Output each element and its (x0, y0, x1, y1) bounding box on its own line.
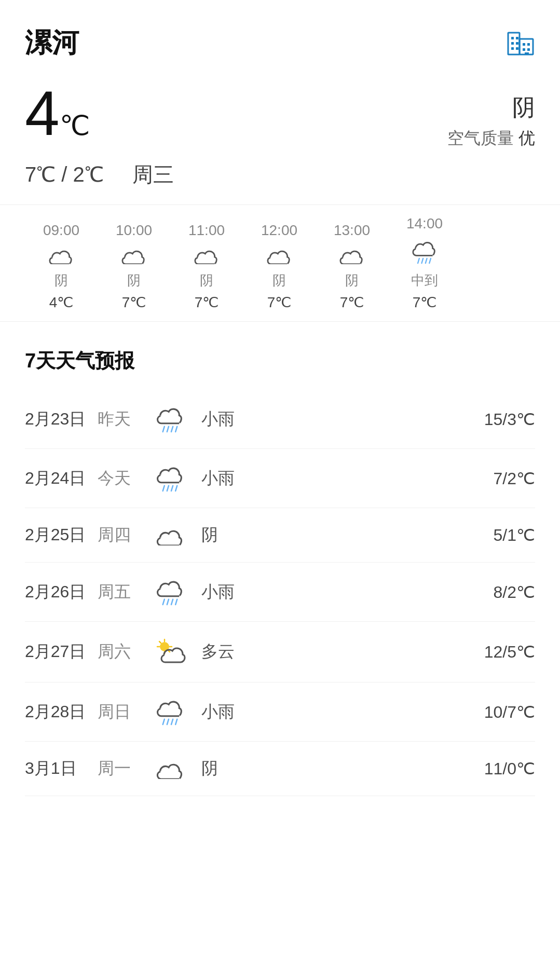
svg-rect-11 (527, 48, 530, 51)
day-of-week: 周三 (132, 163, 174, 186)
svg-line-22 (167, 486, 169, 491)
svg-line-14 (421, 258, 423, 263)
forecast-temp: 5/1℃ (264, 525, 535, 545)
forecast-date: 2月25日 (25, 524, 98, 547)
weather-right: 阴 空气质量 优 (447, 82, 535, 150)
svg-rect-10 (523, 48, 525, 51)
svg-rect-6 (511, 47, 514, 50)
forecast-row: 3月1日 周一 阴 11/0℃ (25, 742, 535, 796)
forecast-row: 2月24日 今天 小雨 7/2℃ (25, 449, 535, 508)
hourly-time: 09:00 (25, 222, 98, 239)
svg-rect-1 (520, 39, 533, 54)
svg-rect-4 (511, 42, 514, 45)
svg-line-27 (171, 599, 173, 605)
forecast-condition: 小雨 (201, 701, 264, 723)
forecast-day: 周六 (98, 640, 149, 663)
hourly-item: 10:00 阴 7℃ (98, 217, 170, 316)
temp-range: 7℃ / 2℃ (25, 163, 104, 186)
svg-line-28 (175, 599, 177, 605)
svg-rect-7 (516, 47, 518, 50)
svg-line-39 (175, 719, 177, 725)
forecast-condition: 阴 (201, 524, 264, 547)
forecast-icon (149, 578, 191, 606)
hourly-time: 14:00 (388, 215, 461, 232)
forecast-date: 2月28日 (25, 701, 98, 723)
svg-line-18 (167, 427, 169, 432)
forecast-date: 3月1日 (25, 757, 98, 780)
hourly-time: 10:00 (98, 222, 170, 239)
hourly-time: 12:00 (243, 222, 316, 239)
hourly-condition: 阴 (243, 271, 316, 290)
forecast-icon (149, 698, 191, 726)
svg-rect-2 (511, 37, 514, 39)
weather-icon (339, 246, 365, 266)
forecast-icon (149, 525, 191, 545)
forecast-section: 7天天气预报 2月23日 昨天 小雨 15/3℃ 2月24日 今天 小雨 7/2… (0, 322, 560, 796)
forecast-date: 2月23日 (25, 408, 98, 431)
hourly-time: 13:00 (316, 222, 388, 239)
hourly-item: 13:00 阴 7℃ (316, 217, 388, 316)
forecast-temp: 10/7℃ (264, 702, 535, 722)
weather-icon (266, 246, 292, 266)
forecast-condition: 多云 (201, 640, 264, 663)
forecast-condition: 小雨 (201, 467, 264, 490)
forecast-day: 周日 (98, 701, 149, 723)
svg-rect-8 (523, 43, 525, 46)
weather-icon (412, 239, 438, 266)
hourly-condition: 中到 (388, 271, 461, 290)
svg-line-38 (171, 719, 173, 725)
svg-line-16 (429, 258, 431, 263)
forecast-condition: 阴 (201, 757, 264, 780)
svg-rect-12 (525, 52, 529, 54)
forecast-temp: 7/2℃ (264, 469, 535, 488)
temperature-display: 4℃ (25, 82, 90, 144)
hourly-temp: 7℃ (316, 294, 388, 311)
svg-line-17 (163, 427, 165, 432)
forecast-row: 2月23日 昨天 小雨 15/3℃ (25, 390, 535, 449)
hourly-item: 09:00 阴 4℃ (25, 217, 98, 316)
weather-icon (121, 246, 147, 266)
building-icon[interactable] (506, 28, 535, 59)
svg-rect-5 (516, 42, 518, 45)
weather-condition: 阴 (447, 92, 535, 123)
forecast-row: 2月27日 周六 多云 12/5℃ (25, 622, 535, 682)
hourly-condition: 阴 (25, 271, 98, 290)
svg-rect-3 (516, 37, 518, 39)
temp-range-row: 7℃ / 2℃ 周三 (0, 155, 560, 204)
forecast-condition: 小雨 (201, 408, 264, 431)
forecast-row: 2月28日 周日 小雨 10/7℃ (25, 682, 535, 742)
hourly-temp: 7℃ (243, 294, 316, 311)
forecast-temp: 8/2℃ (264, 582, 535, 602)
forecast-row: 2月26日 周五 小雨 8/2℃ (25, 563, 535, 622)
svg-line-34 (159, 641, 161, 643)
svg-line-21 (163, 486, 165, 491)
weather-icon (48, 246, 74, 266)
hourly-condition: 阴 (316, 271, 388, 290)
hourly-item: 11:00 阴 7℃ (170, 217, 243, 316)
hourly-condition: 阴 (170, 271, 243, 290)
weather-icon (194, 246, 220, 266)
forecast-list: 2月23日 昨天 小雨 15/3℃ 2月24日 今天 小雨 7/2℃ 2月25日… (25, 390, 535, 796)
hourly-item: 14:00 中到 7℃ (388, 210, 461, 316)
svg-line-25 (163, 599, 165, 605)
svg-line-23 (171, 486, 173, 491)
hourly-scroll[interactable]: 09:00 阴 4℃ 10:00 阴 7℃ 11:00 阴 7℃ 12:00 阴… (0, 204, 560, 322)
svg-line-13 (418, 258, 419, 263)
forecast-day: 今天 (98, 467, 149, 490)
forecast-icon (149, 465, 191, 492)
forecast-day: 昨天 (98, 408, 149, 431)
air-quality: 空气质量 优 (447, 127, 535, 150)
hourly-temp: 7℃ (98, 294, 170, 311)
forecast-temp: 11/0℃ (264, 759, 535, 779)
hourly-condition: 阴 (98, 271, 170, 290)
header: 漯河 (0, 0, 560, 72)
forecast-date: 2月24日 (25, 467, 98, 490)
forecast-temp: 15/3℃ (264, 409, 535, 429)
forecast-date: 2月26日 (25, 581, 98, 604)
svg-line-24 (175, 486, 177, 491)
hourly-item: 12:00 阴 7℃ (243, 217, 316, 316)
forecast-icon (149, 405, 191, 433)
forecast-title: 7天天气预报 (25, 348, 535, 374)
hourly-temp: 4℃ (25, 294, 98, 311)
svg-rect-9 (527, 43, 530, 46)
